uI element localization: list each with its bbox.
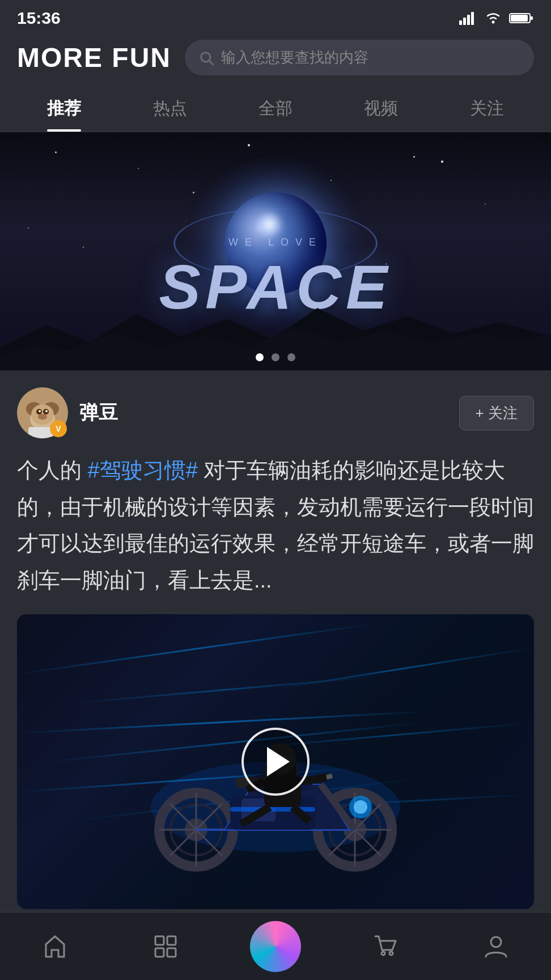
we-love-text: WE LOVE: [159, 236, 392, 248]
status-time: 15:36: [17, 9, 61, 28]
nav-tabs: 推荐 热点 全部 视频 关注: [0, 85, 551, 132]
svg-point-21: [38, 414, 47, 420]
svg-rect-3: [471, 12, 474, 25]
svg-rect-0: [459, 20, 462, 25]
svg-point-63: [491, 937, 501, 947]
svg-point-19: [39, 410, 41, 412]
signal-icon: [459, 11, 477, 25]
avatar-badge: V: [50, 420, 67, 437]
nav-center[interactable]: [241, 921, 310, 972]
svg-point-61: [382, 952, 385, 955]
nav-home[interactable]: [21, 931, 89, 962]
follow-button[interactable]: + 关注: [459, 396, 534, 430]
svg-rect-2: [467, 15, 470, 25]
svg-point-48: [354, 800, 367, 814]
author-name: 弹豆: [79, 400, 118, 426]
tab-follow[interactable]: 关注: [434, 85, 540, 132]
app-title: MORE FUN: [17, 42, 171, 73]
search-icon: [198, 50, 214, 66]
play-icon: [267, 747, 290, 776]
banner: WE LOVE SPACE: [0, 132, 551, 370]
tab-recommend[interactable]: 推荐: [11, 85, 117, 132]
svg-rect-1: [463, 18, 466, 25]
banner-dots: [256, 353, 295, 361]
svg-line-9: [209, 61, 213, 64]
nav-grid[interactable]: [132, 931, 200, 962]
tab-video[interactable]: 视频: [328, 85, 434, 132]
dot-3[interactable]: [287, 353, 295, 361]
svg-point-62: [389, 952, 393, 955]
dot-2[interactable]: [272, 353, 279, 361]
search-bar[interactable]: 输入您想要查找的内容: [185, 40, 534, 75]
tab-all[interactable]: 全部: [223, 85, 328, 132]
svg-rect-7: [511, 15, 528, 22]
post-card: V 弹豆 + 关注 个人的 #驾驶习惯# 对于车辆油耗的影响还是比较大的，由于机…: [0, 370, 551, 909]
svg-rect-58: [167, 936, 176, 945]
status-bar: 15:36: [0, 0, 551, 34]
status-icons: [459, 11, 534, 25]
post-hashtag[interactable]: #驾驶习惯#: [88, 458, 198, 482]
header: MORE FUN 输入您想要查找的内容: [0, 34, 551, 85]
bottom-nav: [0, 912, 551, 980]
search-placeholder: 输入您想要查找的内容: [221, 48, 368, 67]
dot-1[interactable]: [256, 353, 264, 361]
post-text: 个人的 #驾驶习惯# 对于车辆油耗的影响还是比较大的，由于机械的设计等因素，发动…: [17, 452, 534, 598]
svg-point-20: [45, 410, 48, 412]
grid-icon: [150, 931, 181, 962]
video-thumbnail[interactable]: [17, 614, 534, 909]
play-button[interactable]: [241, 728, 310, 796]
home-icon: [40, 931, 70, 962]
tab-hot[interactable]: 热点: [117, 85, 222, 132]
user-icon: [481, 931, 511, 962]
svg-rect-60: [167, 948, 176, 957]
cart-icon: [370, 931, 401, 962]
svg-rect-57: [155, 936, 164, 945]
svg-rect-6: [531, 16, 533, 20]
center-logo: [250, 921, 301, 972]
svg-point-4: [492, 21, 495, 24]
nav-cart[interactable]: [351, 931, 419, 962]
svg-rect-59: [155, 948, 164, 957]
battery-icon: [509, 11, 534, 25]
nav-profile[interactable]: [462, 931, 530, 962]
post-body-before: 个人的: [17, 458, 88, 482]
wifi-icon: [484, 11, 502, 25]
post-author-row: V 弹豆 + 关注: [17, 387, 534, 438]
avatar-container: V: [17, 387, 68, 438]
